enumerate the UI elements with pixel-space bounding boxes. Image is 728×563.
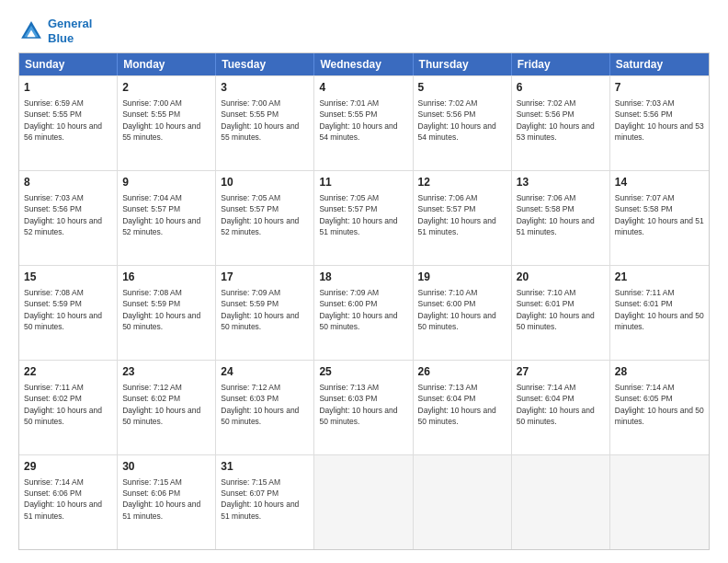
calendar-cell: 24Sunrise: 7:12 AM Sunset: 6:03 PM Dayli… xyxy=(216,361,314,454)
calendar-cell: 14Sunrise: 7:07 AM Sunset: 5:58 PM Dayli… xyxy=(610,171,709,265)
calendar-cell: 31Sunrise: 7:15 AM Sunset: 6:07 PM Dayli… xyxy=(216,455,314,549)
day-info: Sunrise: 7:03 AM Sunset: 5:56 PM Dayligh… xyxy=(24,192,112,237)
calendar-cell xyxy=(314,455,413,549)
calendar-cell: 16Sunrise: 7:08 AM Sunset: 5:59 PM Dayli… xyxy=(118,266,216,360)
day-number: 13 xyxy=(517,175,605,190)
day-info: Sunrise: 7:00 AM Sunset: 5:55 PM Dayligh… xyxy=(122,98,210,143)
day-number: 11 xyxy=(319,175,407,190)
day-number: 29 xyxy=(24,459,112,475)
day-number: 16 xyxy=(122,270,210,285)
day-number: 26 xyxy=(418,364,506,380)
calendar-cell: 15Sunrise: 7:08 AM Sunset: 5:59 PM Dayli… xyxy=(19,266,118,360)
calendar-cell: 13Sunrise: 7:06 AM Sunset: 5:58 PM Dayli… xyxy=(512,171,610,265)
day-number: 30 xyxy=(122,459,210,475)
day-number: 20 xyxy=(517,270,605,285)
logo-icon xyxy=(18,18,44,44)
day-number: 17 xyxy=(221,270,309,285)
day-number: 10 xyxy=(221,175,309,190)
day-info: Sunrise: 7:11 AM Sunset: 6:02 PM Dayligh… xyxy=(24,382,112,427)
day-info: Sunrise: 7:05 AM Sunset: 5:57 PM Dayligh… xyxy=(319,192,407,237)
day-number: 31 xyxy=(221,459,309,475)
calendar-cell: 10Sunrise: 7:05 AM Sunset: 5:57 PM Dayli… xyxy=(216,171,314,265)
day-number: 12 xyxy=(418,175,506,190)
day-info: Sunrise: 7:10 AM Sunset: 6:01 PM Dayligh… xyxy=(517,287,605,332)
day-number: 8 xyxy=(24,175,112,190)
day-number: 6 xyxy=(517,80,605,96)
day-number: 7 xyxy=(615,80,704,96)
calendar-cell: 3Sunrise: 7:00 AM Sunset: 5:55 PM Daylig… xyxy=(216,76,314,170)
day-info: Sunrise: 7:12 AM Sunset: 6:03 PM Dayligh… xyxy=(221,382,309,427)
calendar-cell xyxy=(414,455,512,549)
day-info: Sunrise: 7:00 AM Sunset: 5:55 PM Dayligh… xyxy=(221,98,309,143)
day-info: Sunrise: 7:05 AM Sunset: 5:57 PM Dayligh… xyxy=(221,192,309,237)
day-info: Sunrise: 7:07 AM Sunset: 5:58 PM Dayligh… xyxy=(615,192,704,237)
calendar-cell: 23Sunrise: 7:12 AM Sunset: 6:02 PM Dayli… xyxy=(118,361,216,454)
page: General Blue SundayMondayTuesdayWednesda… xyxy=(0,0,728,563)
day-info: Sunrise: 7:09 AM Sunset: 5:59 PM Dayligh… xyxy=(221,287,309,332)
calendar-header-day: Wednesday xyxy=(314,53,413,75)
calendar-cell: 22Sunrise: 7:11 AM Sunset: 6:02 PM Dayli… xyxy=(19,361,118,454)
calendar-header-day: Monday xyxy=(118,53,216,75)
day-info: Sunrise: 7:08 AM Sunset: 5:59 PM Dayligh… xyxy=(122,287,210,332)
day-number: 9 xyxy=(122,175,210,190)
calendar-cell: 25Sunrise: 7:13 AM Sunset: 6:03 PM Dayli… xyxy=(314,361,413,454)
day-info: Sunrise: 7:12 AM Sunset: 6:02 PM Dayligh… xyxy=(122,382,210,427)
calendar-week: 1Sunrise: 6:59 AM Sunset: 5:55 PM Daylig… xyxy=(19,75,709,170)
day-number: 23 xyxy=(122,364,210,380)
day-number: 15 xyxy=(24,270,112,285)
day-info: Sunrise: 6:59 AM Sunset: 5:55 PM Dayligh… xyxy=(24,98,112,143)
calendar-cell: 5Sunrise: 7:02 AM Sunset: 5:56 PM Daylig… xyxy=(414,76,512,170)
day-info: Sunrise: 7:04 AM Sunset: 5:57 PM Dayligh… xyxy=(122,192,210,237)
calendar-cell: 19Sunrise: 7:10 AM Sunset: 6:00 PM Dayli… xyxy=(414,266,512,360)
calendar-cell: 18Sunrise: 7:09 AM Sunset: 6:00 PM Dayli… xyxy=(314,266,413,360)
calendar-cell: 26Sunrise: 7:13 AM Sunset: 6:04 PM Dayli… xyxy=(414,361,512,454)
day-number: 28 xyxy=(615,364,704,380)
day-info: Sunrise: 7:15 AM Sunset: 6:06 PM Dayligh… xyxy=(122,477,210,522)
calendar-cell: 2Sunrise: 7:00 AM Sunset: 5:55 PM Daylig… xyxy=(118,76,216,170)
day-info: Sunrise: 7:13 AM Sunset: 6:04 PM Dayligh… xyxy=(418,382,506,427)
day-number: 19 xyxy=(418,270,506,285)
day-number: 14 xyxy=(615,175,704,190)
day-info: Sunrise: 7:14 AM Sunset: 6:04 PM Dayligh… xyxy=(517,382,605,427)
day-number: 2 xyxy=(122,80,210,96)
calendar-cell: 27Sunrise: 7:14 AM Sunset: 6:04 PM Dayli… xyxy=(512,361,610,454)
day-info: Sunrise: 7:14 AM Sunset: 6:05 PM Dayligh… xyxy=(615,382,704,427)
calendar-cell: 1Sunrise: 6:59 AM Sunset: 5:55 PM Daylig… xyxy=(19,76,118,170)
calendar-body: 1Sunrise: 6:59 AM Sunset: 5:55 PM Daylig… xyxy=(19,75,709,549)
calendar-week: 15Sunrise: 7:08 AM Sunset: 5:59 PM Dayli… xyxy=(19,265,709,360)
header: General Blue xyxy=(18,17,710,45)
calendar-cell: 6Sunrise: 7:02 AM Sunset: 5:56 PM Daylig… xyxy=(512,76,610,170)
calendar-week: 22Sunrise: 7:11 AM Sunset: 6:02 PM Dayli… xyxy=(19,360,709,454)
day-info: Sunrise: 7:15 AM Sunset: 6:07 PM Dayligh… xyxy=(221,477,309,522)
calendar-cell: 28Sunrise: 7:14 AM Sunset: 6:05 PM Dayli… xyxy=(610,361,709,454)
day-info: Sunrise: 7:01 AM Sunset: 5:55 PM Dayligh… xyxy=(319,98,407,143)
day-info: Sunrise: 7:08 AM Sunset: 5:59 PM Dayligh… xyxy=(24,287,112,332)
day-number: 21 xyxy=(615,270,704,285)
day-number: 3 xyxy=(221,80,309,96)
calendar-header-day: Friday xyxy=(512,53,610,75)
day-info: Sunrise: 7:13 AM Sunset: 6:03 PM Dayligh… xyxy=(319,382,407,427)
day-info: Sunrise: 7:06 AM Sunset: 5:57 PM Dayligh… xyxy=(418,192,506,237)
calendar-header-day: Thursday xyxy=(414,53,512,75)
calendar-cell: 8Sunrise: 7:03 AM Sunset: 5:56 PM Daylig… xyxy=(19,171,118,265)
calendar-cell: 7Sunrise: 7:03 AM Sunset: 5:56 PM Daylig… xyxy=(610,76,709,170)
day-info: Sunrise: 7:11 AM Sunset: 6:01 PM Dayligh… xyxy=(615,287,704,332)
day-number: 22 xyxy=(24,364,112,380)
day-info: Sunrise: 7:06 AM Sunset: 5:58 PM Dayligh… xyxy=(517,192,605,237)
calendar-cell xyxy=(610,455,709,549)
calendar-cell: 4Sunrise: 7:01 AM Sunset: 5:55 PM Daylig… xyxy=(314,76,413,170)
day-info: Sunrise: 7:10 AM Sunset: 6:00 PM Dayligh… xyxy=(418,287,506,332)
calendar-header-day: Tuesday xyxy=(216,53,314,75)
day-number: 5 xyxy=(418,80,506,96)
calendar: SundayMondayTuesdayWednesdayThursdayFrid… xyxy=(18,52,710,550)
calendar-cell: 17Sunrise: 7:09 AM Sunset: 5:59 PM Dayli… xyxy=(216,266,314,360)
calendar-header-day: Sunday xyxy=(19,53,118,75)
calendar-cell: 9Sunrise: 7:04 AM Sunset: 5:57 PM Daylig… xyxy=(118,171,216,265)
day-info: Sunrise: 7:09 AM Sunset: 6:00 PM Dayligh… xyxy=(319,287,407,332)
calendar-cell: 30Sunrise: 7:15 AM Sunset: 6:06 PM Dayli… xyxy=(118,455,216,549)
day-info: Sunrise: 7:14 AM Sunset: 6:06 PM Dayligh… xyxy=(24,477,112,522)
calendar-header: SundayMondayTuesdayWednesdayThursdayFrid… xyxy=(19,53,709,75)
day-number: 4 xyxy=(319,80,407,96)
calendar-cell: 12Sunrise: 7:06 AM Sunset: 5:57 PM Dayli… xyxy=(414,171,512,265)
day-number: 18 xyxy=(319,270,407,285)
